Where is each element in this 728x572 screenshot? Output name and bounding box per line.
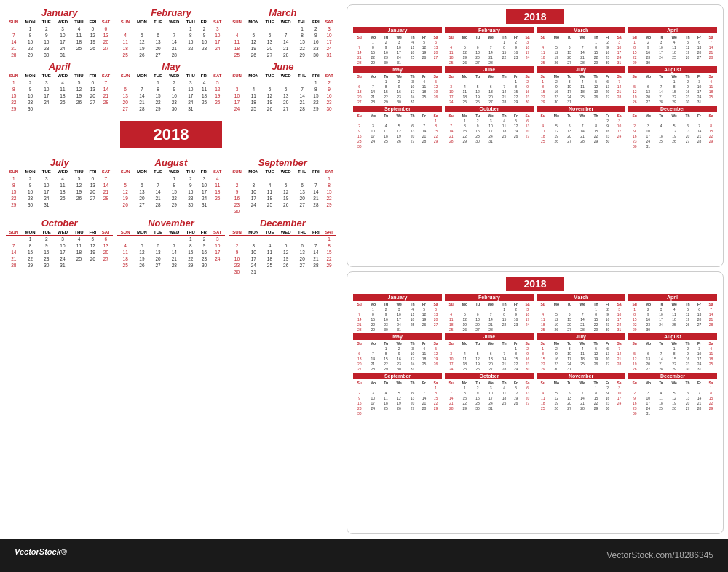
month-block-november: NovemberSuMoTuWeThFrSa123456789101112131…	[537, 106, 625, 148]
month-title-november: November	[537, 373, 625, 379]
month-block-november: NovemberSuMoTuWeThFrSa123456789101112131…	[537, 373, 625, 416]
month-title-may: May	[117, 61, 224, 72]
mini-calendar-card-1: 2018 JanuarySuMoTuWeThFrSa12345678910111…	[347, 4, 724, 267]
month-title-april: April	[6, 61, 113, 72]
month-block-april: AprilSuMoTuWeThFrSa123456789101112131415…	[628, 27, 717, 65]
month-block-june: JuneSuMoTuWeThFrSa1234567891011121314151…	[445, 333, 534, 371]
month-block-march: MarchSUNMONTUEWEDTHUFRISAT12345678910111…	[229, 7, 336, 58]
month-block-july: JulySUNMONTUEWEDTHUFRISAT123456789101112…	[6, 157, 113, 215]
month-title-march: March	[537, 27, 625, 33]
month-block-april: AprilSuMoTuWeThFrSa123456789101112131415…	[628, 294, 717, 332]
month-title-august: August	[628, 66, 717, 73]
month-block-may: MaySUNMONTUEWEDTHUFRISAT1234567891011121…	[117, 61, 224, 112]
month-block-may: MaySuMoTuWeThFrSa12345678910111213141516…	[353, 333, 442, 371]
month-title-july: July	[537, 333, 625, 340]
month-block-june: JuneSUNMONTUEWEDTHUFRISAT123456789101112…	[229, 61, 336, 112]
month-block-september: SeptemberSuMoTuWeThFrSa12345678910111213…	[353, 373, 442, 416]
mini-year-badge-1: 2018	[506, 9, 564, 24]
month-block-february: FebruarySUNMONTUEWEDTHUFRISAT12345678910…	[117, 7, 224, 58]
month-title-march: March	[229, 7, 336, 18]
mini-year-badge-2: 2018	[506, 277, 564, 291]
month-block-july: JulySuMoTuWeThFrSa1234567891011121314151…	[537, 333, 625, 371]
month-title-may: May	[353, 66, 442, 73]
month-title-august: August	[628, 333, 717, 340]
month-block-august: AugustSuMoTuWeThFrSa12345678910111213141…	[628, 333, 717, 371]
month-block-september: SeptemberSuMoTuWeThFrSa12345678910111213…	[353, 106, 442, 148]
month-title-june: June	[445, 66, 534, 73]
month-title-may: May	[353, 333, 442, 340]
month-title-september: September	[353, 373, 442, 379]
month-title-november: November	[117, 218, 224, 229]
month-block-may: MaySuMoTuWeThFrSa12345678910111213141516…	[353, 66, 442, 104]
month-title-july: July	[6, 157, 113, 168]
month-title-october: October	[6, 218, 113, 229]
month-title-june: June	[229, 61, 336, 72]
mini-months-grid-2: JanuarySuMoTuWeThFrSa1234567891011121314…	[353, 294, 717, 416]
month-block-march: MarchSuMoTuWeThFrSa123456789101112131415…	[537, 294, 625, 332]
month-title-december: December	[628, 106, 717, 112]
bottom-bar: VectorStock® VectorStock.com/18286345	[0, 539, 728, 572]
month-block-october: OctoberSuMoTuWeThFrSa1234567891011121314…	[445, 373, 534, 416]
month-title-august: August	[117, 157, 224, 168]
left-panel: JanuarySUNMONTUEWEDTHUFRISAT123456789101…	[0, 0, 342, 539]
top-months-grid: JanuarySUNMONTUEWEDTHUFRISAT123456789101…	[6, 7, 336, 112]
month-title-september: September	[229, 157, 336, 168]
month-title-april: April	[628, 294, 717, 301]
month-block-december: DecemberSuMoTuWeThFrSa123456789101112131…	[628, 373, 717, 416]
month-title-february: February	[445, 27, 534, 33]
month-block-march: MarchSuMoTuWeThFrSa123456789101112131415…	[537, 27, 625, 65]
month-block-september: SeptemberSUNMONTUEWEDTHUFRISAT1234567891…	[229, 157, 336, 215]
month-title-november: November	[537, 106, 625, 112]
month-title-june: June	[445, 333, 534, 340]
month-title-january: January	[353, 294, 442, 301]
month-title-january: January	[6, 7, 113, 18]
month-block-july: JulySuMoTuWeThFrSa1234567891011121314151…	[537, 66, 625, 104]
month-block-january: JanuarySuMoTuWeThFrSa1234567891011121314…	[353, 27, 442, 65]
month-title-october: October	[445, 373, 534, 379]
year-badge-left: 2018	[120, 121, 222, 148]
mini-calendar-card-2: 2018 JanuarySuMoTuWeThFrSa12345678910111…	[347, 271, 724, 534]
month-title-december: December	[229, 218, 336, 229]
month-block-december: DecemberSUNMONTUEWEDTHUFRISAT12345678910…	[229, 218, 336, 275]
right-panel: 2018 JanuarySuMoTuWeThFrSa12345678910111…	[342, 0, 728, 539]
month-title-july: July	[537, 66, 625, 73]
month-title-january: January	[353, 27, 442, 33]
mini-months-grid-1: JanuarySuMoTuWeThFrSa1234567891011121314…	[353, 27, 717, 148]
bottom-months-grid: JulySUNMONTUEWEDTHUFRISAT123456789101112…	[6, 157, 336, 275]
month-block-february: FebruarySuMoTuWeThFrSa123456789101112131…	[445, 27, 534, 65]
month-block-january: JanuarySUNMONTUEWEDTHUFRISAT123456789101…	[6, 7, 113, 58]
month-block-august: AugustSuMoTuWeThFrSa12345678910111213141…	[628, 66, 717, 104]
month-block-october: OctoberSUNMONTUEWEDTHUFRISAT123456789101…	[6, 218, 113, 275]
month-title-september: September	[353, 106, 442, 112]
month-block-january: JanuarySuMoTuWeThFrSa1234567891011121314…	[353, 294, 442, 332]
month-title-february: February	[445, 294, 534, 301]
month-title-february: February	[117, 7, 224, 18]
month-title-march: March	[537, 294, 625, 301]
month-block-november: NovemberSUNMONTUEWEDTHUFRISAT12345678910…	[117, 218, 224, 275]
month-block-february: FebruarySuMoTuWeThFrSa123456789101112131…	[445, 294, 534, 332]
month-block-october: OctoberSuMoTuWeThFrSa1234567891011121314…	[445, 106, 534, 148]
watermark-url: VectorStock.com/18286345	[606, 550, 713, 560]
month-title-april: April	[628, 27, 717, 33]
vectorstock-logo: VectorStock®	[15, 547, 67, 563]
month-block-june: JuneSuMoTuWeThFrSa1234567891011121314151…	[445, 66, 534, 104]
month-block-december: DecemberSuMoTuWeThFrSa123456789101112131…	[628, 106, 717, 148]
month-title-december: December	[628, 373, 717, 379]
main-content: JanuarySUNMONTUEWEDTHUFRISAT123456789101…	[0, 0, 728, 539]
month-title-october: October	[445, 106, 534, 112]
month-block-august: AugustSUNMONTUEWEDTHUFRISAT1234567891011…	[117, 157, 224, 215]
month-block-april: AprilSUNMONTUEWEDTHUFRISAT12345678910111…	[6, 61, 113, 112]
